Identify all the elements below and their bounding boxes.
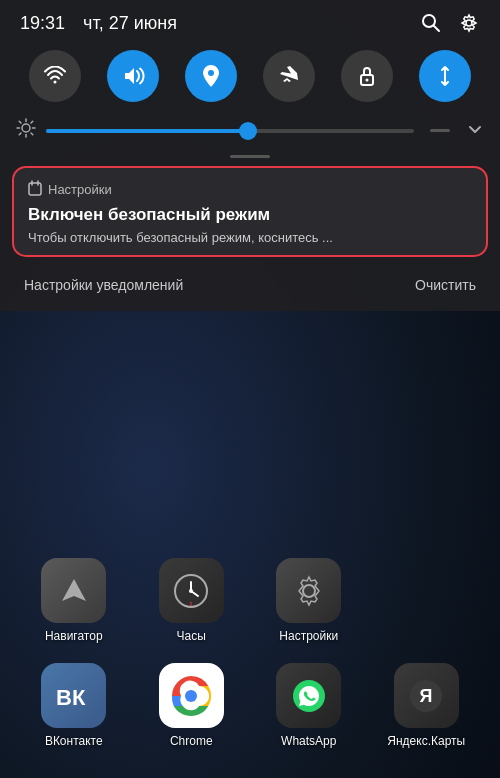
navigator-icon[interactable] <box>41 558 106 623</box>
brightness-end-indicator <box>430 129 450 132</box>
status-bar: 19:31 чт, 27 июня <box>0 0 500 42</box>
svg-point-9 <box>185 690 197 702</box>
chrome-label: Chrome <box>170 734 213 748</box>
notification-actions: Настройки уведомлений Очистить <box>0 265 500 301</box>
svg-line-14 <box>434 26 439 31</box>
brightness-thumb[interactable] <box>239 122 257 140</box>
chrome-icon[interactable] <box>159 663 224 728</box>
app-grid: Навигатор 1 Часы Настройки <box>20 558 480 748</box>
brightness-icon <box>16 118 36 143</box>
data-toggle[interactable] <box>419 50 471 102</box>
svg-point-13 <box>423 15 435 27</box>
clock-label: Часы <box>177 629 206 643</box>
svg-point-20 <box>22 124 30 132</box>
notification-dismiss-button[interactable]: Очистить <box>407 273 484 297</box>
svg-rect-29 <box>29 183 41 195</box>
settings-app-icon[interactable] <box>276 558 341 623</box>
notification-card[interactable]: Настройки Включен безопасный режим Чтобы… <box>12 166 488 257</box>
notification-header: Настройки <box>28 180 472 199</box>
svg-line-25 <box>19 121 21 123</box>
whatsapp-icon[interactable] <box>276 663 341 728</box>
list-item[interactable]: Я Яндекс.Карты <box>373 663 481 748</box>
svg-line-28 <box>19 133 21 135</box>
panel-drag-handle <box>230 155 270 158</box>
notification-settings-button[interactable]: Настройки уведомлений <box>16 273 191 297</box>
svg-point-3 <box>189 589 193 593</box>
svg-line-27 <box>31 121 33 123</box>
status-time: 19:31 <box>20 13 65 34</box>
svg-point-16 <box>208 70 214 76</box>
brightness-slider[interactable] <box>46 129 414 133</box>
airplane-toggle[interactable] <box>263 50 315 102</box>
svg-point-18 <box>366 79 369 82</box>
list-item[interactable]: Настройки <box>255 558 363 643</box>
list-item[interactable]: 1 Часы <box>138 558 246 643</box>
search-icon[interactable] <box>420 12 442 34</box>
status-date: чт, 27 июня <box>83 13 177 34</box>
list-item[interactable]: ВК ВКонтакте <box>20 663 128 748</box>
svg-text:ВК: ВК <box>56 685 86 709</box>
notification-app-icon <box>28 180 42 199</box>
wifi-toggle[interactable] <box>29 50 81 102</box>
list-item[interactable]: Chrome <box>138 663 246 748</box>
notification-body: Чтобы отключить безопасный режим, коснит… <box>28 229 472 247</box>
vk-label: ВКонтакте <box>45 734 103 748</box>
notification-panel: 19:31 чт, 27 июня <box>0 0 500 311</box>
svg-point-15 <box>466 20 472 26</box>
navigator-label: Навигатор <box>45 629 103 643</box>
brightness-fill <box>46 129 248 133</box>
location-toggle[interactable] <box>185 50 237 102</box>
clock-icon[interactable]: 1 <box>159 558 224 623</box>
yandex-icon[interactable]: Я <box>394 663 459 728</box>
rotation-lock-toggle[interactable] <box>341 50 393 102</box>
svg-point-5 <box>303 585 315 597</box>
svg-text:Я: Я <box>420 686 433 706</box>
notification-title: Включен безопасный режим <box>28 205 472 225</box>
vk-icon[interactable]: ВК <box>41 663 106 728</box>
brightness-expand-btn[interactable] <box>466 120 484 142</box>
svg-line-26 <box>31 133 33 135</box>
yandex-label: Яндекс.Карты <box>387 734 465 748</box>
whatsapp-label: WhatsApp <box>281 734 336 748</box>
status-icons <box>420 12 480 34</box>
notification-app-name: Настройки <box>48 182 112 197</box>
list-item[interactable]: Навигатор <box>20 558 128 643</box>
list-item[interactable]: WhatsApp <box>255 663 363 748</box>
brightness-row <box>0 114 500 151</box>
home-screen: Навигатор 1 Часы Настройки <box>0 538 500 778</box>
quick-toggles <box>0 42 500 114</box>
settings-app-label: Настройки <box>279 629 338 643</box>
sound-toggle[interactable] <box>107 50 159 102</box>
gear-icon[interactable] <box>458 12 480 34</box>
